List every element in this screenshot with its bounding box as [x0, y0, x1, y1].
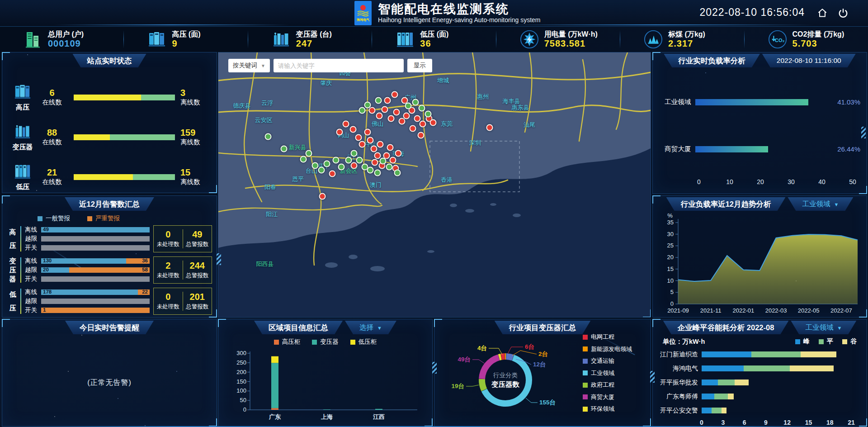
legend-item: 峰	[795, 337, 810, 346]
map-site-marker-green[interactable]	[412, 99, 419, 106]
energy-row: 广东粤师傅	[653, 389, 867, 403]
alarm-row: 越限	[25, 297, 153, 306]
search-filter-select[interactable]: 按关键词 ▼	[228, 59, 270, 72]
legend-item: 低压柜	[350, 338, 377, 346]
map-site-marker-red[interactable]	[319, 193, 326, 200]
load-rate-value: 26.44%	[837, 145, 860, 153]
map-site-marker-red[interactable]	[359, 141, 366, 148]
search-input[interactable]	[274, 59, 404, 72]
map-site-marker-red[interactable]	[336, 129, 343, 136]
map-site-marker-red[interactable]	[369, 107, 376, 114]
search-filter-label: 按关键词	[233, 62, 257, 70]
map-site-marker-red[interactable]	[414, 115, 421, 122]
legend-item: 新能源发电领域	[583, 345, 632, 353]
map-site-marker-green[interactable]	[351, 150, 358, 157]
map-site-marker-green[interactable]	[345, 157, 352, 164]
alarm-group-name: 低压	[8, 288, 18, 315]
map-site-marker-red[interactable]	[376, 113, 383, 119]
map-site-marker-green[interactable]	[359, 107, 366, 114]
map-site-marker-red[interactable]	[420, 121, 426, 128]
alarm-group-divider	[20, 226, 21, 251]
map-city-label: 肇庆	[320, 79, 332, 87]
map-site-marker-red[interactable]	[350, 126, 357, 133]
map-site-marker-green[interactable]	[375, 97, 382, 104]
svg-text:50: 50	[240, 397, 246, 403]
show-button[interactable]: 显示	[407, 59, 432, 72]
trend-industry-dropdown[interactable]: 工业领域▼	[788, 197, 853, 211]
map-site-marker-red[interactable]	[418, 132, 425, 139]
map-site-marker-red[interactable]	[384, 97, 391, 104]
map-site-marker-green[interactable]	[367, 166, 374, 173]
energy-row: 江门新迪织造	[653, 347, 867, 361]
map-site-marker-green[interactable]	[425, 111, 432, 118]
alarm-bar: 2058	[41, 267, 150, 273]
alarm-bar-severe	[41, 308, 150, 313]
home-icon[interactable]	[816, 7, 828, 19]
map-site-marker-green[interactable]	[386, 164, 393, 171]
trend-area-chart: %051015202530352021-092021-112022-012022…	[656, 211, 863, 316]
map-site-marker-green[interactable]	[374, 170, 381, 176]
stat-label: 用电量 (万kW·h)	[544, 30, 598, 38]
map-site-marker-red[interactable]	[393, 109, 400, 116]
map-site-marker-red[interactable]	[382, 106, 388, 113]
map-site-marker-red[interactable]	[343, 121, 349, 128]
map-site-marker-red[interactable]	[390, 157, 396, 164]
map-site-marker-red[interactable]	[372, 159, 378, 166]
map-site-marker-green[interactable]	[312, 162, 319, 169]
map-site-marker-red[interactable]	[388, 115, 395, 122]
energy-bar-segment	[735, 380, 749, 385]
map-site-marker-green[interactable]	[318, 166, 325, 173]
region-select-dropdown[interactable]: 选择▼	[345, 321, 396, 334]
alarm-value: 1	[43, 307, 46, 313]
map-site-marker-red[interactable]	[430, 119, 437, 126]
svg-text:250: 250	[236, 359, 246, 366]
map-site-marker-green[interactable]	[419, 105, 425, 112]
stat-value: 7583.581	[544, 38, 598, 48]
power-icon[interactable]	[837, 7, 849, 19]
svg-text:155台: 155台	[539, 399, 556, 406]
map-site-marker-green[interactable]	[405, 103, 412, 109]
transformer-icon	[272, 30, 291, 49]
alarm-value: 22	[142, 289, 148, 294]
map-site-marker-red[interactable]	[374, 152, 381, 159]
energy-bar-segment	[702, 394, 714, 399]
map-site-marker-red[interactable]	[351, 162, 358, 169]
map-site-marker-green[interactable]	[265, 133, 272, 140]
map-site-marker-red[interactable]	[387, 144, 394, 151]
energy-bar-segment	[728, 394, 734, 399]
map-site-marker-red[interactable]	[355, 134, 362, 141]
axis-tick: 21	[848, 419, 855, 426]
stat-value: 9	[172, 38, 200, 48]
map-site-marker-green[interactable]	[380, 158, 387, 165]
map-site-marker-green[interactable]	[306, 150, 312, 157]
alarm-group: 低压离线17822越限开关10未处理数201总警报数	[8, 288, 212, 315]
map-site-marker-red[interactable]	[377, 141, 384, 148]
map-site-marker-green[interactable]	[333, 157, 340, 164]
energy-bar-segment	[718, 380, 734, 385]
page-title: 智能配电在线监测系统	[378, 2, 541, 16]
map-site-marker-red[interactable]	[410, 125, 416, 132]
svg-text:6台: 6台	[525, 343, 534, 350]
energy-industry-dropdown[interactable]: 工业领域▼	[791, 321, 856, 334]
map-site-marker-red[interactable]	[371, 146, 377, 152]
stat-value: 5.703	[793, 38, 844, 48]
map-site-marker-green[interactable]	[281, 146, 288, 152]
map-site-marker-green[interactable]	[300, 156, 307, 163]
map-site-marker-red[interactable]	[395, 150, 402, 157]
stat-label: 总用户 (户)	[48, 30, 84, 38]
map-site-marker-red[interactable]	[392, 91, 398, 98]
map-site-marker-green[interactable]	[324, 161, 330, 167]
map-site-marker-green[interactable]	[356, 157, 363, 164]
map-site-marker-red[interactable]	[367, 137, 374, 144]
map-site-marker-green[interactable]	[338, 164, 345, 171]
map-site-marker-green[interactable]	[394, 170, 401, 176]
map-site-marker-red[interactable]	[329, 171, 336, 177]
offline-bar-segment	[110, 134, 175, 140]
map-site-marker-red[interactable]	[399, 118, 406, 125]
map-site-marker-red[interactable]	[403, 113, 410, 119]
legend-label: 变压器	[320, 338, 339, 346]
map-site-marker-red[interactable]	[364, 129, 371, 136]
map-site-marker-red[interactable]	[486, 124, 493, 131]
map-site-marker-green[interactable]	[364, 102, 371, 109]
energy-bar-segment	[702, 365, 744, 371]
